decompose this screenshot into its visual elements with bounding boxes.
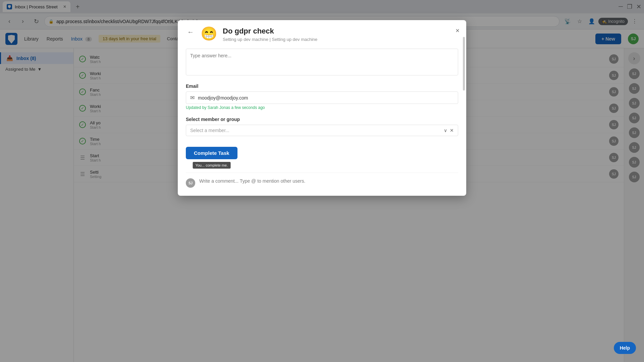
modal-emoji: 😁 <box>201 27 217 40</box>
member-group-label: Select member or group <box>186 117 458 122</box>
modal-body: Email ✉ moodjoy@moodjoy.com Updated by S… <box>178 49 466 196</box>
modal-title-area: Do gdpr check Setting up dev machine | S… <box>223 27 458 42</box>
email-icon: ✉ <box>190 95 195 101</box>
updated-by-text: Updated by Sarah Jonas a few seconds ago <box>186 105 458 110</box>
help-button[interactable]: Help <box>614 342 636 354</box>
complete-task-wrapper: Complete Task You... complete me. <box>186 141 237 159</box>
member-group-section: Select member or group Select a member..… <box>186 117 458 136</box>
comment-input[interactable] <box>199 178 458 184</box>
modal-back-button[interactable]: ← <box>186 27 195 37</box>
answer-text-area[interactable] <box>186 49 458 75</box>
task-modal: ← 😁 Do gdpr check Setting up dev machine… <box>178 20 466 196</box>
scroll-indicator <box>463 37 465 90</box>
member-select-dropdown[interactable]: Select a member... ∨ ✕ <box>186 125 458 136</box>
comment-area: SJ <box>186 173 458 188</box>
email-section: Email ✉ moodjoy@moodjoy.com Updated by S… <box>186 83 458 110</box>
clear-selection-icon[interactable]: ✕ <box>450 128 454 133</box>
member-select-placeholder: Select a member... <box>190 128 441 133</box>
modal-title: Do gdpr check <box>223 27 458 36</box>
email-label: Email <box>186 83 458 89</box>
modal-close-button[interactable]: × <box>454 25 461 36</box>
chevron-down-icon: ∨ <box>444 128 447 133</box>
email-field: ✉ moodjoy@moodjoy.com <box>186 92 458 104</box>
email-value: moodjoy@moodjoy.com <box>198 95 248 101</box>
modal-header: ← 😁 Do gdpr check Setting up dev machine… <box>178 20 466 49</box>
modal-subtitle: Setting up dev machine | Setting up dev … <box>223 37 458 42</box>
modal-overlay[interactable]: ← 😁 Do gdpr check Setting up dev machine… <box>0 0 644 362</box>
complete-task-tooltip: You... complete me. <box>193 162 230 169</box>
complete-task-button[interactable]: Complete Task <box>186 147 237 159</box>
comment-avatar: SJ <box>186 178 195 188</box>
